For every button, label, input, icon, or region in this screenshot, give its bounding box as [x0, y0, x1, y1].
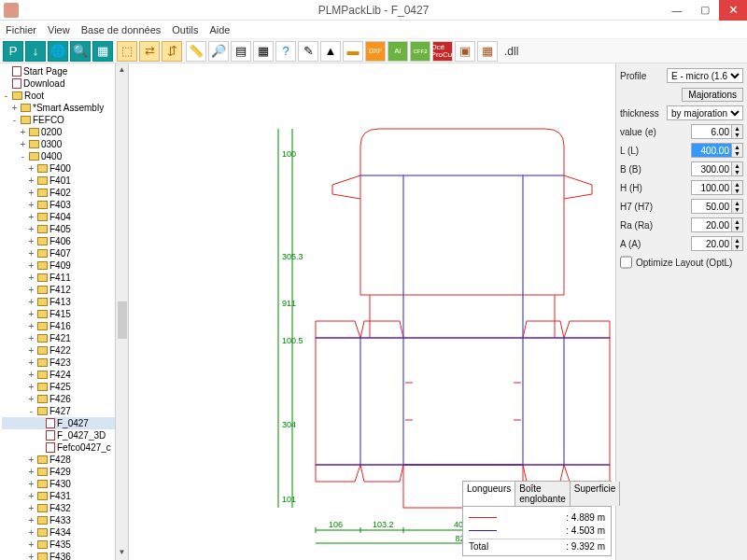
tool-stack-icon[interactable]: ▦ [477, 41, 498, 62]
tool-search-icon[interactable]: 🔍 [70, 41, 91, 62]
tree-item[interactable]: +F401 [2, 175, 128, 187]
tree-item[interactable]: F_0427 [2, 417, 128, 429]
tree-item[interactable]: +F422 [2, 344, 128, 357]
profile-select[interactable]: E - micro (1.6 mm) [667, 68, 743, 83]
tool-pallet-icon[interactable]: ▬ [343, 41, 363, 62]
legend-fold-value: : 4.503 m [566, 525, 605, 536]
spinner-buttons[interactable]: ▲▼ [732, 124, 743, 139]
param-input[interactable] [691, 161, 732, 176]
tree-item[interactable]: +F421 [2, 332, 128, 344]
menu-help[interactable]: Aide [209, 24, 230, 35]
tool-fit-icon[interactable]: ⬚ [117, 41, 137, 62]
param-input[interactable] [691, 180, 732, 195]
svg-rect-10 [316, 338, 610, 465]
tree-item[interactable]: +F400 [2, 162, 128, 175]
param-label: value (e) [620, 127, 656, 137]
tree-item[interactable]: +F404 [2, 211, 128, 223]
tree-item[interactable]: +F423 [2, 357, 128, 369]
tree-item[interactable]: +F413 [2, 296, 128, 308]
tree-item[interactable]: +F424 [2, 369, 128, 381]
tree-item[interactable]: +F403 [2, 199, 128, 211]
tree-item[interactable]: +0300 [2, 138, 128, 150]
tree-item[interactable]: Download [2, 77, 128, 90]
spinner-buttons[interactable]: ▲▼ [732, 217, 743, 232]
tool-grid-icon[interactable]: ▦ [92, 41, 113, 62]
tree-item[interactable]: +F428 [2, 454, 128, 466]
tree-item[interactable]: +F415 [2, 308, 128, 320]
menu-tools[interactable]: Outils [172, 24, 198, 35]
tree-item[interactable]: +F425 [2, 381, 128, 393]
tree-item[interactable]: +F409 [2, 259, 128, 272]
tree-item[interactable]: -F427 [2, 405, 128, 417]
tree-item[interactable]: F_0427_3D [2, 429, 128, 441]
minimize-button[interactable]: — [663, 0, 691, 21]
tree-item[interactable]: +F429 [2, 466, 128, 478]
legend-cut-swatch [469, 517, 497, 518]
drawing-canvas[interactable]: 100305.3911100.5304101106103.2402.2100.6… [129, 63, 616, 560]
tree-item[interactable]: +F426 [2, 393, 128, 405]
tool-layout2-icon[interactable]: ▦ [253, 41, 274, 62]
tree-item[interactable]: +F406 [2, 235, 128, 247]
tool-cff2-icon[interactable]: CFF2 [410, 41, 430, 62]
maximize-button[interactable]: ▢ [691, 0, 719, 21]
spinner-buttons[interactable]: ▲▼ [732, 161, 743, 176]
legend-tab-bbox[interactable]: Boîte englobante [515, 482, 570, 506]
tool-3d-icon[interactable]: ▲ [320, 41, 341, 62]
spinner-buttons[interactable]: ▲▼ [732, 199, 743, 214]
tool-box-icon[interactable]: ▣ [455, 41, 475, 62]
tree-item[interactable]: Fefco0427_c [2, 441, 128, 454]
thickness-select[interactable]: by majorations [667, 105, 743, 120]
tool-globe-icon[interactable]: 🌐 [48, 41, 68, 62]
tree-item[interactable]: +F436 [2, 551, 128, 560]
menu-view[interactable]: View [48, 24, 70, 35]
menu-file[interactable]: Fichier [6, 24, 36, 35]
tool-download-icon[interactable]: ↓ [25, 41, 46, 62]
tree-item[interactable]: +F431 [2, 490, 128, 502]
tree-item[interactable]: +F434 [2, 526, 128, 539]
tree-scrollbar[interactable]: ▲▼ [115, 63, 128, 560]
tool-plm-icon[interactable]: P [3, 41, 23, 62]
tree-item[interactable]: +F416 [2, 320, 128, 332]
tree-item[interactable]: Start Page [2, 65, 128, 77]
tree-item[interactable]: +F412 [2, 284, 128, 296]
menu-database[interactable]: Base de données [81, 24, 162, 35]
param-label: L (L) [620, 146, 639, 156]
tool-ai-icon[interactable]: AI [388, 41, 408, 62]
param-input[interactable] [691, 124, 732, 139]
tool-measure-icon[interactable]: 📏 [186, 41, 206, 62]
tool-mirror-h-icon[interactable]: ⇄ [139, 41, 160, 62]
tool-edit-icon[interactable]: ✎ [298, 41, 318, 62]
legend-tab-lengths[interactable]: Longueurs [463, 482, 515, 506]
tree-item[interactable]: +F433 [2, 514, 128, 526]
tree-item[interactable]: +F435 [2, 539, 128, 551]
spinner-buttons[interactable]: ▲▼ [732, 143, 743, 158]
tree-item[interactable]: +F430 [2, 478, 128, 490]
tool-zoom-area-icon[interactable]: 🔎 [208, 41, 229, 62]
param-input[interactable] [691, 143, 732, 158]
param-input[interactable] [691, 199, 732, 214]
tree-item[interactable]: +*Smart Assembly [2, 102, 128, 114]
majorations-button[interactable]: Majorations [682, 88, 743, 102]
param-label: B (B) [620, 164, 641, 175]
tool-oce-icon[interactable]: OcéProCut [432, 41, 453, 62]
optimize-checkbox[interactable] [620, 255, 632, 270]
tree-item[interactable]: +F411 [2, 272, 128, 284]
tool-layout-icon[interactable]: ▤ [231, 41, 251, 62]
tree-item[interactable]: +F402 [2, 187, 128, 199]
spinner-buttons[interactable]: ▲▼ [732, 180, 743, 195]
tree-item[interactable]: -Root [2, 90, 128, 102]
param-input[interactable] [691, 236, 732, 251]
tree-item[interactable]: -0400 [2, 150, 128, 162]
tool-mirror-v-icon[interactable]: ⇵ [162, 41, 182, 62]
param-input[interactable] [691, 217, 732, 232]
spinner-buttons[interactable]: ▲▼ [732, 236, 743, 251]
tree-item[interactable]: -FEFCO [2, 114, 128, 126]
tool-help-icon[interactable]: ? [275, 41, 296, 62]
close-button[interactable]: ✕ [719, 0, 747, 21]
tool-dxf-icon[interactable]: DXF [365, 41, 386, 62]
tree-item[interactable]: +F432 [2, 502, 128, 514]
tree-item[interactable]: +F405 [2, 223, 128, 235]
legend-tab-area[interactable]: Superficie [571, 482, 620, 506]
tree-item[interactable]: +0200 [2, 126, 128, 138]
tree-item[interactable]: +F407 [2, 247, 128, 259]
